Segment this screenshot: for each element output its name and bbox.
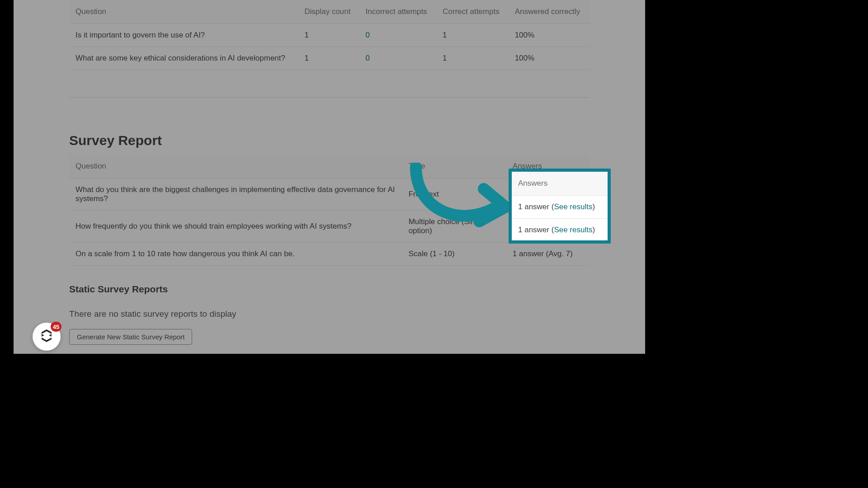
generate-static-report-button[interactable]: Generate New Static Survey Report: [69, 329, 192, 345]
svg-marker-3: [49, 334, 52, 337]
header-question: Question: [69, 0, 298, 24]
header-answers: Answers: [506, 155, 590, 178]
notification-badge: 45: [51, 322, 61, 332]
svg-marker-1: [42, 338, 52, 342]
answers-suffix: ): [535, 226, 538, 235]
cell-incorrect[interactable]: 0: [359, 24, 436, 47]
svg-marker-0: [42, 329, 52, 334]
header-correct-attempts: Correct attempts: [436, 0, 509, 24]
cell-type: Multiple choice (Single option): [402, 211, 506, 243]
table-row: How frequently do you think we should tr…: [69, 211, 590, 243]
cell-display: 1: [298, 47, 359, 70]
survey-report-title: Survey Report: [69, 133, 590, 148]
static-reports-empty: There are no static survey reports to di…: [69, 309, 590, 319]
cell-question: On a scale from 1 to 10 rate how dangero…: [69, 243, 402, 266]
static-reports-title: Static Survey Reports: [69, 284, 590, 295]
svg-marker-2: [42, 334, 44, 337]
cell-correct: 1: [436, 47, 509, 70]
cell-question: How frequently do you think we should tr…: [69, 211, 402, 243]
survey-table: Question Type Answers What do you think …: [69, 155, 590, 266]
table-row: What do you think are the biggest challe…: [69, 178, 590, 211]
cell-type: Free text: [402, 178, 506, 211]
header-display-count: Display count: [298, 0, 359, 24]
cell-question: Is it important to govern the use of AI?: [69, 24, 298, 47]
header-incorrect-attempts: Incorrect attempts: [359, 0, 436, 24]
cell-incorrect[interactable]: 0: [359, 47, 436, 70]
cell-display: 1: [298, 24, 359, 47]
answers-prefix: 1 answer (: [513, 185, 548, 194]
cell-answers: 1 answer (Avg. 7): [506, 243, 590, 266]
cell-question: What are some key ethical considerations…: [69, 47, 298, 70]
cell-type: Scale (1 - 10): [402, 243, 506, 266]
table-row: On a scale from 1 to 10 rate how dangero…: [69, 243, 590, 266]
header-type: Type: [402, 155, 506, 178]
table-row: What are some key ethical considerations…: [69, 47, 590, 70]
table-row: Is it important to govern the use of AI?…: [69, 24, 590, 47]
cell-correct: 1: [436, 24, 509, 47]
questions-table: Question Display count Incorrect attempt…: [69, 0, 590, 70]
header-question: Question: [69, 155, 402, 178]
cell-answers: 1 answer (See results): [506, 211, 590, 243]
help-widget-icon: [39, 328, 54, 345]
cell-answered: 100%: [509, 24, 590, 47]
cell-question: What do you think are the biggest challe…: [69, 178, 402, 211]
cell-answers: 1 answer (See results): [506, 178, 590, 211]
help-widget[interactable]: 45: [33, 323, 61, 351]
section-divider: [69, 97, 590, 98]
header-answered-correctly: Answered correctly: [509, 0, 590, 24]
cell-answered: 100%: [509, 47, 590, 70]
answers-prefix: 1 answer (: [513, 217, 548, 226]
answers-suffix: ): [535, 194, 538, 203]
